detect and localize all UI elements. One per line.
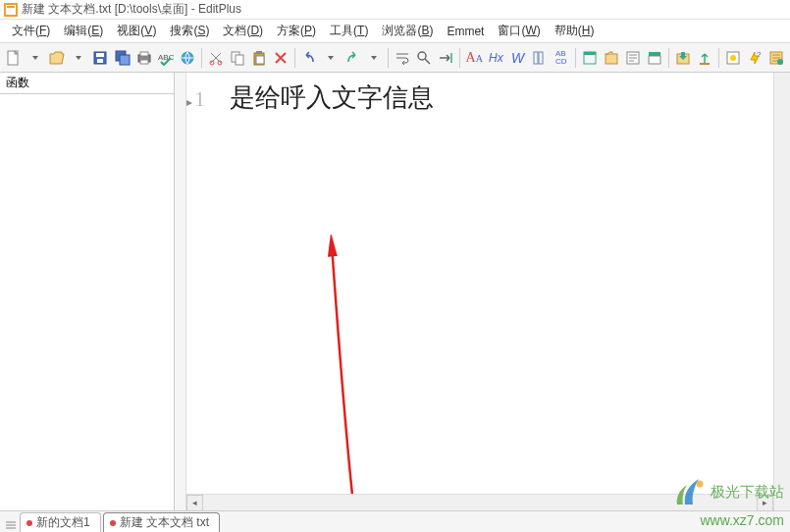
open-button[interactable] <box>47 46 67 70</box>
font-a-button[interactable]: AA <box>464 46 484 70</box>
modified-dot-icon <box>110 520 116 526</box>
menu-window[interactable]: 窗口(W) <box>494 21 544 41</box>
svg-rect-17 <box>236 55 243 65</box>
annotation-arrow-icon <box>314 235 373 494</box>
copy-button[interactable] <box>228 46 247 70</box>
goto-button[interactable] <box>436 46 455 70</box>
w-button[interactable]: W <box>507 46 527 70</box>
menu-tools[interactable]: 工具(T) <box>326 21 372 41</box>
paste-button[interactable] <box>249 46 269 70</box>
svg-rect-11 <box>140 60 148 64</box>
svg-point-36 <box>697 481 704 488</box>
user-tool-button[interactable] <box>723 46 743 70</box>
svg-text:?: ? <box>757 50 762 59</box>
ftp-upload-button[interactable] <box>695 46 714 70</box>
new-file-dropdown[interactable] <box>26 46 45 70</box>
toolbar-separator <box>575 48 576 68</box>
toolbar-separator <box>294 48 295 68</box>
vertical-ruler <box>175 73 186 510</box>
line-number: 1 <box>194 86 222 112</box>
menu-plan[interactable]: 方案(P) <box>273 21 320 41</box>
side-panel-tab-functions[interactable]: 函数 <box>0 73 174 94</box>
title-bar: 新建 文本文档.txt [D:\tools\桌面] - EditPlus <box>0 0 790 20</box>
svg-rect-29 <box>649 52 660 56</box>
svg-rect-5 <box>96 53 104 57</box>
menu-emmet[interactable]: Emmet <box>443 23 488 40</box>
menu-bar: 文件(F) 编辑(E) 视图(V) 搜索(S) 文档(D) 方案(P) 工具(T… <box>0 20 790 43</box>
new-file-button[interactable] <box>4 46 24 70</box>
svg-rect-19 <box>256 51 262 54</box>
abcd-button[interactable]: AB CD <box>552 46 571 70</box>
delete-button[interactable] <box>271 46 290 70</box>
toolbar-separator <box>459 48 460 68</box>
svg-rect-8 <box>120 55 130 65</box>
spellcheck-button[interactable]: ABC <box>156 46 176 70</box>
document-tab-label: 新的文档1 <box>36 514 90 531</box>
redo-button[interactable] <box>342 46 362 70</box>
open-dropdown[interactable] <box>69 46 88 70</box>
print-button[interactable] <box>134 46 154 70</box>
svg-rect-26 <box>606 54 617 64</box>
settings-button[interactable] <box>766 46 786 70</box>
redo-dropdown[interactable] <box>364 46 384 70</box>
svg-point-32 <box>730 55 736 61</box>
work-area: 函数 ▸ 1 是给呼入文字信息 ◂ ▸ <box>0 73 790 510</box>
window-button[interactable] <box>580 46 600 70</box>
svg-rect-25 <box>584 52 596 55</box>
hex-button[interactable]: Hx <box>486 46 505 70</box>
columns-button[interactable] <box>530 46 550 70</box>
side-panel: 函数 <box>0 73 175 510</box>
menu-edit[interactable]: 编辑(E) <box>60 21 107 41</box>
help-button[interactable]: ? <box>745 46 764 70</box>
document-tab[interactable]: 新的文档1 <box>20 512 101 532</box>
toolbar-separator <box>718 48 719 68</box>
editor-container: ▸ 1 是给呼入文字信息 ◂ ▸ <box>186 73 773 510</box>
window-title: 新建 文本文档.txt [D:\tools\桌面] - EditPlus <box>22 1 241 18</box>
svg-point-21 <box>418 52 426 60</box>
toolbar-separator <box>668 48 669 68</box>
svg-rect-20 <box>256 56 264 64</box>
svg-text:ABC: ABC <box>158 53 174 62</box>
menu-view[interactable]: 视图(V) <box>113 21 160 41</box>
save-all-button[interactable] <box>112 46 132 70</box>
cliptext-button[interactable] <box>645 46 664 70</box>
menu-browser[interactable]: 浏览器(B) <box>378 21 437 41</box>
undo-dropdown[interactable] <box>321 46 341 70</box>
document-tab-active[interactable]: 新建 文本文档 txt <box>103 512 220 532</box>
svg-point-35 <box>777 59 783 65</box>
svg-rect-23 <box>539 52 543 64</box>
undo-button[interactable] <box>299 46 319 70</box>
toolbar-separator <box>388 48 389 68</box>
scroll-left-button[interactable]: ◂ <box>186 495 203 511</box>
side-panel-content <box>0 94 174 510</box>
ftp-button[interactable] <box>673 46 693 70</box>
menu-help[interactable]: 帮助(H) <box>551 21 599 41</box>
editor-line: ▸ 1 是给呼入文字信息 <box>186 80 434 115</box>
svg-rect-6 <box>97 59 103 63</box>
menu-document[interactable]: 文档(D) <box>219 21 267 41</box>
svg-rect-28 <box>649 56 660 64</box>
app-icon <box>4 3 18 17</box>
watermark-logo-icon <box>673 475 707 508</box>
svg-rect-2 <box>7 6 15 8</box>
toolbar: ABC AA Hx W AB CD ? <box>0 43 790 73</box>
directory-button[interactable] <box>602 46 621 70</box>
svg-rect-22 <box>534 52 538 64</box>
save-button[interactable] <box>90 46 110 70</box>
vertical-scrollbar[interactable] <box>773 73 790 510</box>
text-editor[interactable]: ▸ 1 是给呼入文字信息 <box>186 73 773 494</box>
menu-search[interactable]: 搜索(S) <box>166 21 213 41</box>
watermark-url: www.xz7.com <box>700 512 784 528</box>
document-tab-label: 新建 文本文档 txt <box>120 514 209 531</box>
modified-dot-icon <box>26 520 32 526</box>
menu-file[interactable]: 文件(F) <box>8 21 54 41</box>
cut-button[interactable] <box>206 46 226 70</box>
watermark-name: 极光下载站 <box>711 483 784 502</box>
output-button[interactable] <box>623 46 643 70</box>
line-content: 是给呼入文字信息 <box>222 80 434 115</box>
tabs-nav-icon[interactable] <box>4 518 18 532</box>
watermark: 极光下载站 <box>673 475 784 508</box>
find-button[interactable] <box>414 46 434 70</box>
word-wrap-button[interactable] <box>393 46 412 70</box>
browser-button[interactable] <box>178 46 197 70</box>
